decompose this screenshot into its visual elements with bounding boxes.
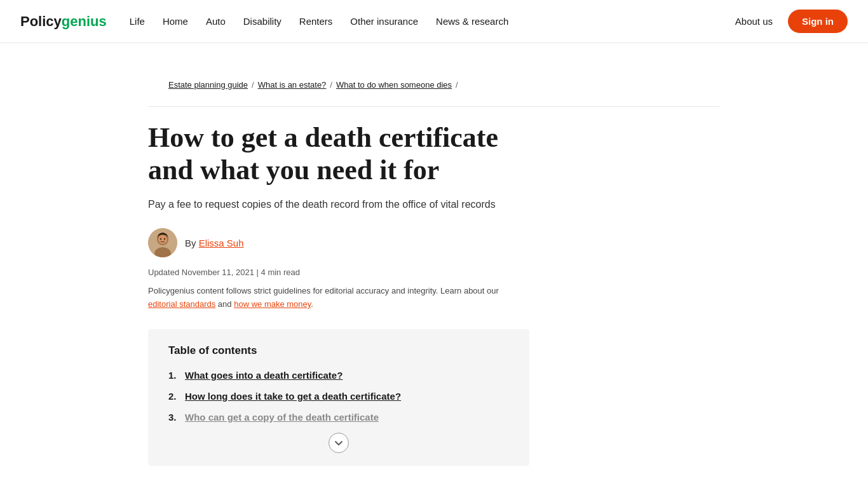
nav-right: About us Sign in: [735, 10, 848, 33]
signin-button[interactable]: Sign in: [788, 10, 848, 33]
main-nav: Policygenius Life Home Auto Disability R…: [0, 0, 868, 43]
nav-item-renters[interactable]: Renters: [299, 16, 333, 27]
article-meta: Updated November 11, 2021 | 4 min read: [148, 268, 720, 277]
nav-item-home[interactable]: Home: [163, 16, 188, 27]
logo-part2: genius: [62, 13, 107, 29]
toc-expand-button[interactable]: [329, 433, 349, 453]
author-byline: By Elissa Suh: [185, 238, 244, 248]
toc-item-3: 3. Who can get a copy of the death certi…: [168, 412, 509, 423]
toc-item-2: 2. How long does it take to get a death …: [168, 391, 509, 402]
editorial-standards-link[interactable]: editorial standards: [148, 299, 215, 309]
toc-link-3[interactable]: Who can get a copy of the death certific…: [185, 412, 379, 423]
breadcrumb: Estate planning guide / What is an estat…: [148, 64, 720, 107]
logo-part1: Policy: [20, 13, 62, 29]
how-we-make-money-link[interactable]: how we make money: [234, 299, 311, 309]
svg-point-5: [164, 238, 165, 240]
breadcrumb-item-dies[interactable]: What to do when someone dies: [336, 80, 452, 90]
toc-expand-area: [168, 433, 509, 453]
toc-num-2: 2.: [168, 391, 180, 402]
svg-point-3: [158, 235, 167, 244]
toc-link-1[interactable]: What goes into a death certificate?: [185, 370, 342, 381]
nav-item-life[interactable]: Life: [130, 16, 145, 27]
toc-item-1: 1. What goes into a death certificate?: [168, 370, 509, 381]
author-avatar: [148, 228, 177, 257]
nav-item-auto[interactable]: Auto: [206, 16, 226, 27]
breadcrumb-sep-3: /: [456, 80, 458, 90]
breadcrumb-item-estate2[interactable]: What is an estate?: [258, 80, 327, 90]
toc-num-3: 3.: [168, 412, 180, 423]
nav-item-disability[interactable]: Disability: [243, 16, 281, 27]
chevron-down-icon: [334, 438, 343, 447]
editorial-note: Policygenius content follows strict guid…: [148, 285, 529, 311]
nav-links: Life Home Auto Disability Renters Other …: [130, 16, 735, 27]
toc-list: 1. What goes into a death certificate? 2…: [168, 370, 509, 423]
breadcrumb-item-estate[interactable]: Estate planning guide: [168, 80, 248, 90]
toc-num-1: 1.: [168, 370, 180, 381]
nav-item-news-research[interactable]: News & research: [436, 16, 508, 27]
table-of-contents: Table of contents 1. What goes into a de…: [148, 329, 529, 466]
about-link[interactable]: About us: [735, 16, 773, 27]
author-link[interactable]: Elissa Suh: [199, 238, 244, 248]
nav-item-other-insurance[interactable]: Other insurance: [350, 16, 418, 27]
breadcrumb-sep-1: /: [252, 80, 254, 90]
toc-title: Table of contents: [168, 344, 509, 357]
svg-point-4: [160, 238, 161, 240]
article-title: How to get a death certificate and what …: [148, 122, 529, 186]
logo[interactable]: Policygenius: [20, 13, 107, 30]
author-avatar-image: [148, 228, 177, 257]
toc-link-2[interactable]: How long does it take to get a death cer…: [185, 391, 401, 402]
article-subtitle: Pay a fee to request copies of the death…: [148, 199, 529, 210]
page-wrapper: Estate planning guide / What is an estat…: [123, 43, 745, 488]
breadcrumb-sep-2: /: [330, 80, 332, 90]
author-row: By Elissa Suh: [148, 228, 720, 257]
